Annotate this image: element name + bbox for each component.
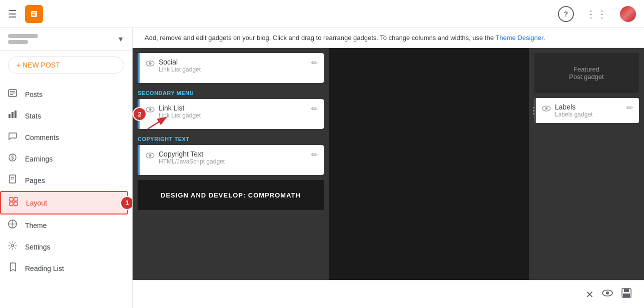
sidebar-item-earnings[interactable]: $ Earnings	[0, 148, 128, 170]
topbar: ☰ ? ⋮⋮	[0, 0, 644, 28]
svg-rect-9	[9, 114, 11, 118]
svg-rect-18	[14, 198, 18, 201]
copyright-label: COPYRIGHT TEXT	[138, 134, 324, 145]
bottom-toolbar: ✕	[133, 280, 644, 308]
secondary-menu-annotation: 2 Link List Link List gadget ✏	[138, 99, 324, 129]
canvas-area: Social Link List gadget ✏ SECONDARY MENU…	[133, 48, 644, 280]
layout-icon	[9, 197, 18, 208]
svg-point-21	[12, 244, 14, 247]
right-column: Featured Post gadget	[529, 48, 644, 280]
sidebar-item-comments[interactable]: Comments	[0, 126, 128, 148]
blog-selector[interactable]: ▼	[0, 28, 132, 50]
resize-dot-2	[533, 110, 534, 112]
earnings-icon: $	[8, 153, 17, 164]
posts-icon	[8, 88, 17, 100]
sidebar-item-stats-label: Stats	[25, 112, 41, 120]
svg-point-33	[606, 292, 609, 294]
secondary-menu-gadget-card[interactable]: 2 Link List Link List gadget ✏	[138, 99, 324, 129]
secondary-menu-label: SECONDARY MENU	[138, 88, 324, 99]
theme-designer-link[interactable]: Theme Designer	[495, 34, 543, 42]
blogger-logo	[25, 5, 43, 23]
sidebar-item-reading-list-label: Reading List	[25, 264, 64, 272]
step1-badge: 1	[120, 196, 133, 210]
blog-bar-1	[8, 34, 38, 38]
social-gadget-section: Social Link List gadget ✏	[138, 53, 324, 83]
copyright-edit-icon[interactable]: ✏	[311, 150, 318, 160]
svg-point-25	[149, 108, 152, 111]
step2-badge: 2	[133, 107, 147, 121]
pages-icon	[8, 174, 17, 186]
sidebar-item-pages[interactable]: Pages	[0, 170, 128, 191]
new-post-button[interactable]: + NEW POST	[8, 56, 124, 74]
help-button[interactable]: ?	[558, 6, 574, 22]
svg-point-23	[149, 62, 152, 65]
social-gadget-title: Social	[159, 58, 307, 66]
grid-icon[interactable]: ⋮⋮	[586, 8, 608, 20]
featured-post-text: Featured Post gadget	[569, 66, 603, 80]
bottom-text: DESIGN AND DEVELOP: COMPROMATH	[161, 192, 301, 199]
linklist-gadget-content: Link List Link List gadget	[159, 104, 307, 119]
sidebar-item-comments-label: Comments	[25, 134, 59, 142]
avatar[interactable]	[620, 6, 636, 22]
labels-gadget-title: Labels	[555, 103, 622, 111]
copyright-eye-icon	[146, 151, 155, 162]
bottom-banner: DESIGN AND DEVELOP: COMPROMATH	[138, 180, 324, 210]
copyright-gadget-card[interactable]: Copyright Text HTML/JavaScript gadget ✏	[138, 145, 324, 175]
labels-resize-handle[interactable]	[532, 98, 536, 123]
svg-text:$: $	[11, 155, 14, 160]
copyright-gadget-content: Copyright Text HTML/JavaScript gadget	[159, 150, 307, 165]
linklist-gadget-title: Link List	[159, 104, 307, 112]
settings-icon	[8, 241, 17, 252]
social-gadget-subtitle: Link List gadget	[159, 66, 307, 73]
resize-dot-1	[533, 107, 534, 108]
blog-text	[8, 34, 38, 44]
copyright-gadget-subtitle: HTML/JavaScript gadget	[159, 158, 307, 165]
labels-edit-icon[interactable]: ✏	[626, 103, 633, 112]
sidebar-item-reading-list[interactable]: Reading List	[0, 258, 128, 279]
labels-gadget-card[interactable]: Labels Labels gadget ✏	[534, 98, 639, 123]
secondary-menu-section: SECONDARY MENU 2 Link List Link List gad…	[138, 88, 324, 129]
linklist-edit-icon[interactable]: ✏	[311, 104, 318, 114]
labels-eye-icon	[542, 104, 551, 116]
labels-gadget-content: Labels Labels gadget	[555, 103, 622, 118]
svg-rect-11	[15, 110, 17, 118]
svg-point-29	[149, 154, 152, 157]
svg-rect-17	[10, 198, 13, 201]
save-icon[interactable]	[621, 288, 632, 301]
sidebar-item-posts-label: Posts	[25, 90, 43, 98]
body-layout: ▼ + NEW POST Posts Stats Comments	[0, 28, 644, 308]
sidebar-item-stats[interactable]: Stats	[0, 105, 128, 126]
sidebar-nav: Posts Stats Comments $ Earnings	[0, 80, 132, 308]
menu-icon[interactable]: ☰	[8, 8, 17, 20]
labels-gadget-subtitle: Labels gadget	[555, 111, 622, 118]
help-icon: ?	[564, 10, 568, 18]
eye-icon[interactable]	[602, 288, 613, 301]
theme-icon	[8, 220, 17, 231]
svg-rect-10	[12, 112, 14, 118]
info-text: Add, remove and edit gadgets on your blo…	[145, 34, 495, 42]
sidebar-item-layout[interactable]: Layout 1	[0, 191, 128, 214]
svg-point-31	[545, 108, 548, 110]
svg-rect-35	[624, 288, 629, 292]
social-gadget-content: Social Link List gadget	[159, 58, 307, 73]
sidebar-item-theme-label: Theme	[25, 222, 47, 230]
sidebar-item-pages-label: Pages	[25, 176, 45, 184]
reading-list-icon	[8, 262, 17, 274]
svg-rect-2	[32, 12, 36, 14]
linklist-eye-icon	[146, 105, 155, 116]
main-content: Add, remove and edit gadgets on your blo…	[133, 28, 644, 308]
close-icon[interactable]: ✕	[585, 288, 594, 300]
sidebar-item-posts[interactable]: Posts	[0, 84, 128, 105]
sidebar-item-settings[interactable]: Settings	[0, 236, 128, 258]
sidebar-item-theme[interactable]: Theme	[0, 214, 128, 236]
svg-rect-19	[10, 202, 13, 206]
blog-preview-area	[329, 48, 529, 280]
copyright-text-section: COPYRIGHT TEXT Copyright Text HTML/JavaS…	[138, 134, 324, 175]
blog-bar-2	[8, 40, 28, 44]
social-gadget-card[interactable]: Social Link List gadget ✏	[138, 53, 324, 83]
svg-rect-20	[14, 202, 18, 206]
sidebar-item-layout-label: Layout	[26, 199, 47, 207]
sidebar-item-settings-label: Settings	[25, 243, 51, 251]
social-edit-icon[interactable]: ✏	[311, 58, 318, 68]
linklist-gadget-subtitle: Link List gadget	[159, 112, 307, 119]
